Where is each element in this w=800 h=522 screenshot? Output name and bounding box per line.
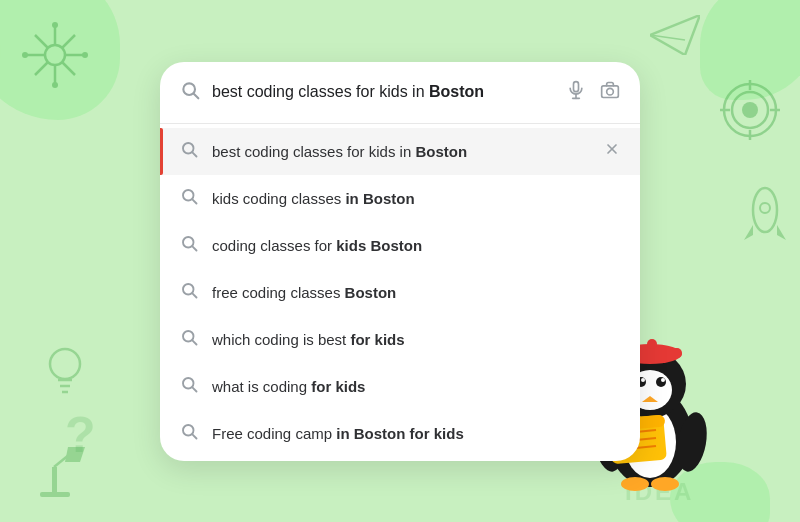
close-icon[interactable] bbox=[604, 141, 620, 161]
search-text-normal: best coding classes for kids in bbox=[212, 83, 429, 100]
svg-line-71 bbox=[192, 199, 196, 203]
suggestion-text: Free coding camp in Boston for kids bbox=[212, 425, 620, 442]
suggestion-text: what is coding for kids bbox=[212, 378, 620, 395]
suggestion-search-icon bbox=[180, 140, 198, 163]
search-card: best coding classes for kids in Boston bbox=[160, 62, 640, 461]
suggestion-item[interactable]: Free coding camp in Boston for kids bbox=[160, 410, 640, 457]
svg-point-47 bbox=[641, 378, 645, 382]
svg-point-46 bbox=[656, 377, 666, 387]
suggestion-search-icon bbox=[180, 234, 198, 257]
svg-point-65 bbox=[607, 88, 614, 95]
suggestion-text: free coding classes Boston bbox=[212, 284, 620, 301]
search-bar-action-icons bbox=[566, 80, 620, 104]
suggestion-item[interactable]: what is coding for kids bbox=[160, 363, 640, 410]
suggestion-item[interactable]: which coding is best for kids bbox=[160, 316, 640, 363]
svg-line-67 bbox=[192, 152, 196, 156]
suggestion-item[interactable]: best coding classes for kids in Boston bbox=[160, 128, 640, 175]
search-bar[interactable]: best coding classes for kids in Boston bbox=[160, 62, 640, 124]
suggestion-search-icon bbox=[180, 328, 198, 351]
suggestion-text: best coding classes for kids in Boston bbox=[212, 143, 590, 160]
svg-line-73 bbox=[192, 246, 196, 250]
svg-line-60 bbox=[194, 93, 199, 98]
svg-line-81 bbox=[192, 434, 196, 438]
svg-point-52 bbox=[621, 477, 649, 491]
svg-rect-61 bbox=[574, 82, 579, 92]
suggestion-search-icon bbox=[180, 187, 198, 210]
svg-line-77 bbox=[192, 340, 196, 344]
suggestion-search-icon bbox=[180, 422, 198, 445]
suggestions-list: best coding classes for kids in Boston k… bbox=[160, 124, 640, 461]
svg-line-75 bbox=[192, 293, 196, 297]
suggestion-item[interactable]: free coding classes Boston bbox=[160, 269, 640, 316]
suggestion-search-icon bbox=[180, 375, 198, 398]
suggestion-item[interactable]: kids coding classes in Boston bbox=[160, 175, 640, 222]
suggestion-item[interactable]: coding classes for kids Boston bbox=[160, 222, 640, 269]
svg-point-53 bbox=[651, 477, 679, 491]
microphone-icon[interactable] bbox=[566, 80, 586, 104]
search-bar-text: best coding classes for kids in Boston bbox=[212, 83, 554, 101]
suggestion-text: which coding is best for kids bbox=[212, 331, 620, 348]
suggestion-search-icon bbox=[180, 281, 198, 304]
svg-point-41 bbox=[647, 339, 657, 349]
search-text-bold: Boston bbox=[429, 83, 484, 100]
svg-line-79 bbox=[192, 387, 196, 391]
search-icon bbox=[180, 80, 200, 105]
svg-point-48 bbox=[661, 378, 665, 382]
suggestion-text: kids coding classes in Boston bbox=[212, 190, 620, 207]
suggestion-text: coding classes for kids Boston bbox=[212, 237, 620, 254]
camera-icon[interactable] bbox=[600, 80, 620, 104]
